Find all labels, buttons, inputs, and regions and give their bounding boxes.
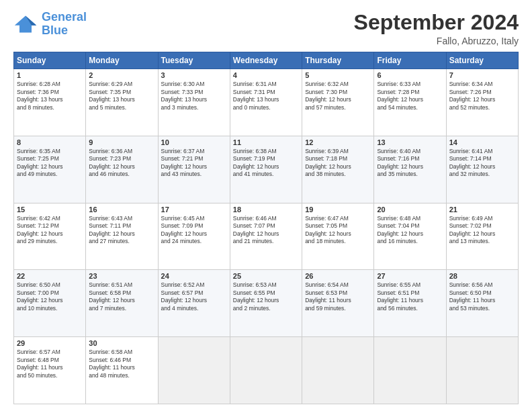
table-row: 23Sunrise: 6:51 AMSunset: 6:58 PMDayligh… — [86, 270, 158, 337]
calendar-week-2: 8Sunrise: 6:35 AMSunset: 7:25 PMDaylight… — [14, 136, 519, 203]
logo: General Blue — [13, 11, 87, 38]
logo-line2: Blue — [42, 24, 68, 37]
calendar-week-1: 1Sunrise: 6:28 AMSunset: 7:36 PMDaylight… — [14, 69, 519, 136]
table-row: 17Sunrise: 6:45 AMSunset: 7:09 PMDayligh… — [158, 203, 230, 270]
calendar-week-5: 29Sunrise: 6:57 AMSunset: 6:48 PMDayligh… — [14, 337, 519, 404]
table-row — [302, 337, 374, 404]
table-row: 3Sunrise: 6:30 AMSunset: 7:33 PMDaylight… — [158, 69, 230, 136]
logo-line1: General — [42, 10, 87, 24]
logo-icon — [13, 14, 38, 34]
table-row: 11Sunrise: 6:38 AMSunset: 7:19 PMDayligh… — [230, 136, 302, 203]
table-row: 24Sunrise: 6:52 AMSunset: 6:57 PMDayligh… — [158, 270, 230, 337]
table-row: 16Sunrise: 6:43 AMSunset: 7:11 PMDayligh… — [86, 203, 158, 270]
page: General Blue September 2024 Fallo, Abruz… — [0, 0, 532, 411]
table-row — [230, 337, 302, 404]
table-row: 4Sunrise: 6:31 AMSunset: 7:31 PMDaylight… — [230, 69, 302, 136]
table-row: 26Sunrise: 6:54 AMSunset: 6:53 PMDayligh… — [302, 270, 374, 337]
table-row: 21Sunrise: 6:49 AMSunset: 7:02 PMDayligh… — [446, 203, 518, 270]
table-row: 28Sunrise: 6:56 AMSunset: 6:50 PMDayligh… — [446, 270, 518, 337]
table-row: 9Sunrise: 6:36 AMSunset: 7:23 PMDaylight… — [86, 136, 158, 203]
table-row — [158, 337, 230, 404]
calendar-week-3: 15Sunrise: 6:42 AMSunset: 7:12 PMDayligh… — [14, 203, 519, 270]
col-saturday: Saturday — [446, 52, 518, 69]
table-row: 15Sunrise: 6:42 AMSunset: 7:12 PMDayligh… — [14, 203, 86, 270]
table-row: 29Sunrise: 6:57 AMSunset: 6:48 PMDayligh… — [14, 337, 86, 404]
calendar-week-4: 22Sunrise: 6:50 AMSunset: 7:00 PMDayligh… — [14, 270, 519, 337]
table-row — [374, 337, 446, 404]
col-monday: Monday — [86, 52, 158, 69]
table-row — [446, 337, 518, 404]
table-row: 22Sunrise: 6:50 AMSunset: 7:00 PMDayligh… — [14, 270, 86, 337]
col-sunday: Sunday — [14, 52, 86, 69]
table-row: 1Sunrise: 6:28 AMSunset: 7:36 PMDaylight… — [14, 69, 86, 136]
table-row: 2Sunrise: 6:29 AMSunset: 7:35 PMDaylight… — [86, 69, 158, 136]
calendar-header-row: Sunday Monday Tuesday Wednesday Thursday… — [14, 52, 519, 69]
table-row: 19Sunrise: 6:47 AMSunset: 7:05 PMDayligh… — [302, 203, 374, 270]
table-row: 20Sunrise: 6:48 AMSunset: 7:04 PMDayligh… — [374, 203, 446, 270]
table-row: 10Sunrise: 6:37 AMSunset: 7:21 PMDayligh… — [158, 136, 230, 203]
logo-text: General Blue — [42, 11, 87, 38]
table-row: 5Sunrise: 6:32 AMSunset: 7:30 PMDaylight… — [302, 69, 374, 136]
table-row: 27Sunrise: 6:55 AMSunset: 6:51 PMDayligh… — [374, 270, 446, 337]
col-wednesday: Wednesday — [230, 52, 302, 69]
header: General Blue September 2024 Fallo, Abruz… — [13, 11, 519, 46]
col-thursday: Thursday — [302, 52, 374, 69]
title-block: September 2024 Fallo, Abruzzo, Italy — [354, 11, 519, 46]
table-row: 13Sunrise: 6:40 AMSunset: 7:16 PMDayligh… — [374, 136, 446, 203]
col-tuesday: Tuesday — [158, 52, 230, 69]
table-row: 30Sunrise: 6:58 AMSunset: 6:46 PMDayligh… — [86, 337, 158, 404]
table-row: 25Sunrise: 6:53 AMSunset: 6:55 PMDayligh… — [230, 270, 302, 337]
table-row: 7Sunrise: 6:34 AMSunset: 7:26 PMDaylight… — [446, 69, 518, 136]
col-friday: Friday — [374, 52, 446, 69]
location-subtitle: Fallo, Abruzzo, Italy — [354, 36, 519, 46]
table-row: 12Sunrise: 6:39 AMSunset: 7:18 PMDayligh… — [302, 136, 374, 203]
table-row: 14Sunrise: 6:41 AMSunset: 7:14 PMDayligh… — [446, 136, 518, 203]
table-row: 6Sunrise: 6:33 AMSunset: 7:28 PMDaylight… — [374, 69, 446, 136]
calendar: Sunday Monday Tuesday Wednesday Thursday… — [13, 52, 519, 404]
table-row: 18Sunrise: 6:46 AMSunset: 7:07 PMDayligh… — [230, 203, 302, 270]
table-row: 8Sunrise: 6:35 AMSunset: 7:25 PMDaylight… — [14, 136, 86, 203]
month-title: September 2024 — [354, 11, 519, 34]
